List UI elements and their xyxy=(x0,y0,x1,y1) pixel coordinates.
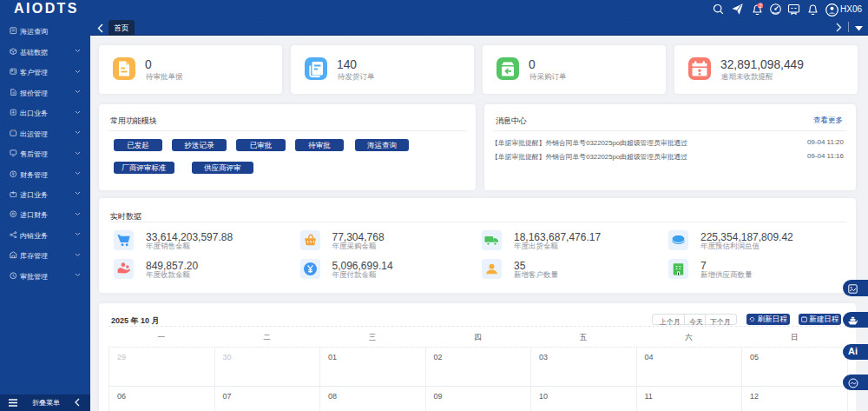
svg-text:2: 2 xyxy=(759,3,762,9)
